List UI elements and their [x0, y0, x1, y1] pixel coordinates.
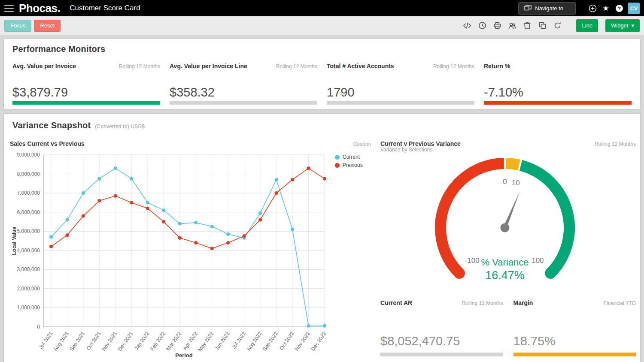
phocas-dashboard: Phocas. Customer Score Card Navigate to … — [0, 0, 644, 362]
svg-text:2,000,000: 2,000,000 — [17, 286, 40, 292]
toolbar-actions: Line Widget ▾ — [462, 19, 640, 32]
svg-text:Dec 2022: Dec 2022 — [310, 330, 328, 352]
svg-text:5,000,000: 5,000,000 — [17, 228, 40, 234]
kpi-avg-value-per-invoice-line: Avg. Value per Invoice Line Rolling 12 M… — [170, 63, 317, 105]
svg-text:0: 0 — [503, 178, 507, 186]
svg-text:8,000,000: 8,000,000 — [17, 171, 40, 177]
kpi-label: Current AR — [380, 299, 412, 306]
hamburger-menu-icon[interactable] — [4, 5, 14, 12]
kpi-return-percent: Return % -7.10% — [484, 63, 632, 105]
navigate-to-label: Navigate to — [535, 5, 563, 12]
refresh-icon — [553, 21, 562, 30]
kpi-bar — [513, 353, 636, 356]
gauge-header: Current v Previous Variance Rolling 12 M… — [380, 140, 636, 147]
gauge-subtitle: Variance by Selections — [380, 147, 432, 153]
svg-text:Feb 2022: Feb 2022 — [149, 330, 167, 352]
kpi-value: $3,879.79 — [12, 85, 160, 100]
kpi-label: Margin — [513, 299, 533, 306]
favorite-star-icon[interactable]: ★ — [601, 4, 610, 12]
performance-monitors-title: Performance Monitors — [12, 44, 632, 54]
trash-icon — [523, 21, 531, 30]
gauge-period-label: Rolling 12 Months — [595, 141, 636, 147]
line-chart-header: Sales Current vs Previous Custom — [10, 140, 371, 147]
svg-text:4,000,000: 4,000,000 — [17, 247, 40, 253]
kpi-label: Return % — [484, 63, 510, 69]
gauge-title: Current v Previous Variance — [380, 140, 461, 147]
svg-text:Local Value: Local Value — [11, 226, 17, 255]
header-actions: Navigate to ★ ? CV — [518, 2, 640, 15]
widget-menu-button[interactable]: Widget ▾ — [605, 19, 640, 32]
kpi-value: $8,052,470.75 — [380, 334, 503, 348]
svg-text:3,000,000: 3,000,000 — [17, 266, 40, 272]
kpi-period-label: Rolling 12 Months — [462, 300, 503, 306]
kpi-value: $358.32 — [170, 85, 317, 100]
gauge-value: 16.47% — [485, 269, 525, 282]
svg-text:Oct 2021: Oct 2021 — [85, 330, 102, 351]
kpi-period-label: Financial YTD — [604, 300, 636, 306]
svg-text:Aug 2021: Aug 2021 — [52, 330, 70, 352]
kpi-label: Avg. Value per Invoice Line — [170, 63, 247, 69]
help-icon[interactable]: ? — [615, 4, 623, 12]
svg-text:Aug 2022: Aug 2022 — [246, 330, 263, 352]
kpi-margin: Margin Financial YTD 18.75% — [513, 299, 636, 356]
add-circle-icon[interactable] — [588, 4, 597, 12]
kpi-total-active-accounts: Total # Active Accounts Rolling 12 Month… — [327, 63, 474, 105]
kpi-current-ar: Current AR Rolling 12 Months $8,052,470.… — [380, 299, 503, 356]
user-avatar[interactable]: CV — [628, 3, 640, 14]
line-chart-type-button[interactable]: Line — [576, 19, 598, 32]
chevron-down-icon: ▾ — [631, 22, 634, 29]
kpi-value: 18.75% — [513, 334, 636, 348]
focus-button[interactable]: Focus — [4, 20, 31, 32]
duplicate-icon-button[interactable] — [537, 20, 548, 31]
print-icon-button[interactable] — [492, 20, 503, 31]
kpi-bar — [170, 101, 317, 105]
svg-text:100: 100 — [532, 256, 544, 265]
kpi-label: Avg. Value per Invoice — [12, 63, 76, 69]
users-icon — [508, 22, 516, 30]
print-icon — [493, 21, 501, 30]
svg-text:Jul 2022: Jul 2022 — [231, 330, 247, 350]
kpi-period-label: Rolling 12 Months — [433, 63, 474, 69]
kpi-value: 1790 — [327, 85, 474, 100]
variance-snapshot-subtitle: (Converted to) USD$ — [95, 124, 145, 130]
svg-text:Oct 2022: Oct 2022 — [278, 330, 295, 351]
variance-snapshot-title: Variance Snapshot(Converted to) USD$ — [12, 121, 632, 130]
code-icon-button[interactable] — [462, 20, 473, 31]
line-chart-period-label: Custom — [353, 141, 371, 147]
kpi-bar — [380, 353, 503, 356]
reset-button[interactable]: Reset — [34, 20, 61, 32]
phocas-logo[interactable]: Phocas. — [19, 2, 60, 15]
kpi-bar — [484, 101, 632, 105]
kpi-label: Total # Active Accounts — [327, 63, 394, 69]
kpi-value: -7.10% — [484, 85, 632, 100]
delete-icon-button[interactable] — [522, 20, 533, 31]
svg-text:May 2022: May 2022 — [197, 330, 215, 352]
svg-text:7,000,000: 7,000,000 — [17, 190, 40, 196]
svg-text:Nov 2022: Nov 2022 — [294, 330, 311, 352]
line-chart-title: Sales Current vs Previous — [10, 140, 85, 147]
history-icon-button[interactable] — [477, 20, 488, 31]
top-header-bar: Phocas. Customer Score Card Navigate to … — [0, 0, 644, 16]
svg-text:Sep 2022: Sep 2022 — [261, 330, 279, 352]
svg-text:10: 10 — [512, 179, 520, 187]
svg-text:?: ? — [618, 6, 621, 11]
right-kpi-grid: Current AR Rolling 12 Months $8,052,470.… — [380, 299, 636, 356]
users-icon-button[interactable] — [507, 20, 518, 31]
svg-text:9,000,000: 9,000,000 — [17, 152, 40, 158]
gauge-metric-label: % Variance — [481, 257, 529, 268]
kpi-period-label: Rolling 12 Months — [276, 63, 317, 69]
svg-text:Jun 2022: Jun 2022 — [214, 330, 231, 351]
svg-text:Jul 2021: Jul 2021 — [38, 330, 54, 350]
navigate-to-button[interactable]: Navigate to — [518, 2, 576, 15]
svg-text:6,000,000: 6,000,000 — [17, 209, 40, 215]
performance-monitors-card: Performance Monitors Avg. Value per Invo… — [3, 39, 641, 110]
kpi-grid: Avg. Value per Invoice Rolling 12 Months… — [12, 63, 632, 105]
svg-text:-100: -100 — [465, 256, 480, 265]
refresh-icon-button[interactable] — [552, 20, 563, 31]
svg-text:Mar 2022: Mar 2022 — [165, 330, 183, 352]
page-title: Customer Score Card — [70, 4, 140, 12]
svg-text:Sep 2021: Sep 2021 — [68, 330, 86, 352]
sales-line-chart[interactable]: 01,000,0002,000,0003,000,0004,000,0005,0… — [6, 151, 370, 362]
widget-menu-label: Widget — [611, 22, 628, 29]
copy-icon — [538, 21, 547, 30]
